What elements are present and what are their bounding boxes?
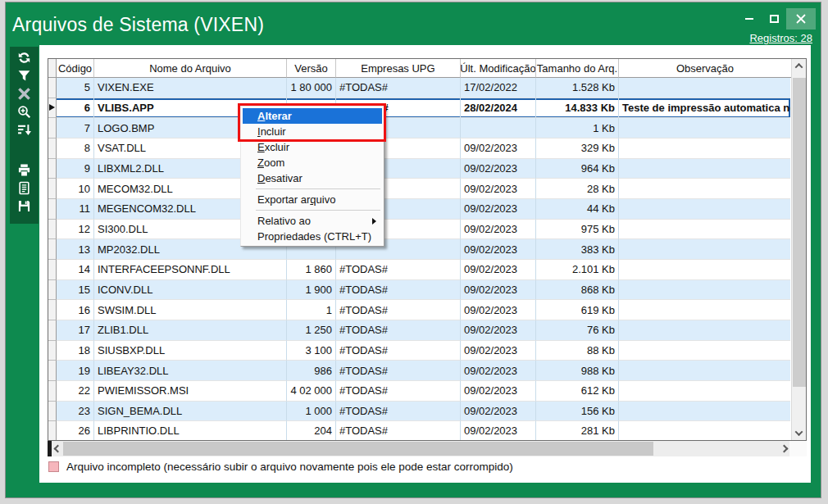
cell-modificacao[interactable] bbox=[461, 118, 536, 138]
toolbar-zoom-in-button[interactable] bbox=[13, 103, 36, 120]
cell-codigo[interactable]: 9 bbox=[57, 159, 94, 179]
cell-codigo[interactable]: 23 bbox=[57, 402, 94, 422]
column-header-nome[interactable]: Nome do Arquivo bbox=[94, 59, 287, 78]
cell-tamanho[interactable]: 44 Kb bbox=[536, 199, 619, 220]
cell-nome[interactable]: VIXEN.EXE bbox=[94, 78, 287, 98]
table-row[interactable]: 18SIUSBXP.DLL3 100#TODAS#09/02/202388 Kb bbox=[48, 341, 790, 361]
cell-tamanho[interactable]: 88 Kb bbox=[536, 341, 619, 361]
cell-versao[interactable]: 204 bbox=[287, 421, 336, 440]
cell-empresas[interactable]: #TODAS# bbox=[336, 78, 461, 98]
cell-empresas[interactable]: #TODAS# bbox=[336, 341, 461, 361]
cell-codigo[interactable]: 17 bbox=[57, 320, 94, 341]
row-selector-cell[interactable] bbox=[48, 421, 57, 440]
row-selector-cell[interactable] bbox=[48, 341, 57, 361]
table-row[interactable]: 19LIBEAY32.DLL986#TODAS#09/02/2023988 Kb bbox=[48, 361, 790, 381]
cell-modificacao[interactable]: 09/02/2023 bbox=[461, 159, 536, 179]
scroll-right-button[interactable] bbox=[778, 441, 789, 456]
cell-codigo[interactable]: 13 bbox=[57, 239, 94, 260]
table-row[interactable]: 15ICONV.DLL1 900#TODAS#09/02/2023868 Kb bbox=[48, 280, 790, 301]
column-header-modificacao[interactable]: Últ. Modificação bbox=[461, 59, 536, 78]
toolbar-sync-button[interactable] bbox=[13, 49, 36, 66]
column-header-codigo[interactable]: Código bbox=[57, 59, 94, 78]
cell-codigo[interactable]: 14 bbox=[57, 260, 94, 280]
cell-tamanho[interactable]: 868 Kb bbox=[536, 280, 619, 301]
cell-observacao[interactable] bbox=[619, 220, 790, 240]
cell-modificacao[interactable]: 09/02/2023 bbox=[461, 138, 536, 159]
horizontal-scrollbar-thumb[interactable] bbox=[63, 442, 653, 456]
table-row[interactable]: 16SWSIM.DLL1#TODAS#09/02/2023619 Kb bbox=[48, 300, 790, 320]
cell-versao[interactable]: 1 250 bbox=[287, 320, 336, 341]
row-selector-cell[interactable] bbox=[48, 220, 57, 240]
table-row[interactable]: 6VLIBS.APP1 80 271#TODAS#28/02/202414.83… bbox=[48, 98, 790, 119]
cell-observacao[interactable] bbox=[619, 239, 790, 260]
column-header-tamanho[interactable]: Tamanho do Arq. bbox=[536, 59, 619, 78]
toolbar-report-button[interactable] bbox=[13, 179, 36, 197]
cell-tamanho[interactable]: 964 Kb bbox=[536, 159, 619, 179]
table-row[interactable]: 10MECOM32.DLL09/02/202328 Kb bbox=[48, 179, 790, 199]
cell-modificacao[interactable]: 09/02/2023 bbox=[461, 320, 536, 341]
row-selector-cell[interactable] bbox=[48, 239, 57, 260]
cell-tamanho[interactable]: 975 Kb bbox=[536, 220, 619, 240]
row-selector-cell[interactable] bbox=[48, 179, 57, 199]
cell-observacao[interactable] bbox=[619, 402, 790, 422]
cell-empresas[interactable]: #TODAS# bbox=[336, 421, 461, 440]
cell-versao[interactable]: 986 bbox=[287, 361, 336, 381]
table-row[interactable]: 17ZLIB1.DLL1 250#TODAS#09/02/202376 Kb bbox=[48, 320, 790, 341]
cell-tamanho[interactable]: 14.833 Kb bbox=[536, 98, 619, 119]
table-row[interactable]: 5VIXEN.EXE1 80 000#TODAS#17/02/20221.528… bbox=[48, 78, 790, 98]
cell-modificacao[interactable]: 09/02/2023 bbox=[461, 220, 536, 240]
cell-codigo[interactable]: 22 bbox=[57, 381, 94, 402]
cell-tamanho[interactable]: 619 Kb bbox=[536, 300, 619, 320]
cell-modificacao[interactable]: 09/02/2023 bbox=[461, 260, 536, 280]
row-selector-cell[interactable] bbox=[48, 381, 57, 402]
cell-tamanho[interactable]: 988 Kb bbox=[536, 361, 619, 381]
table-row[interactable]: 9LIBXML2.DLL09/02/2023964 Kb bbox=[48, 159, 790, 179]
cell-empresas[interactable]: #TODAS# bbox=[336, 320, 461, 341]
cell-codigo[interactable]: 16 bbox=[57, 300, 94, 320]
cell-nome[interactable]: LIBPRINTIO.DLL bbox=[94, 421, 287, 440]
cell-codigo[interactable]: 12 bbox=[57, 220, 94, 240]
toolbar-sort-button[interactable] bbox=[13, 121, 36, 138]
cell-nome[interactable]: ZLIB1.DLL bbox=[94, 320, 287, 341]
registros-count-link[interactable]: Registros: 28 bbox=[749, 32, 812, 44]
menu-item-exportar-arquivo[interactable]: Exportar arquivo bbox=[243, 192, 382, 207]
cell-observacao[interactable]: Teste de impressão automatica no fecha bbox=[619, 98, 790, 119]
table-row[interactable]: 13MP2032.DLL09/02/2023383 Kb bbox=[48, 239, 790, 260]
cell-modificacao[interactable]: 28/02/2024 bbox=[461, 98, 536, 119]
cell-codigo[interactable]: 18 bbox=[57, 341, 94, 361]
cell-observacao[interactable] bbox=[619, 159, 790, 179]
minimize-button[interactable] bbox=[737, 8, 762, 30]
table-row[interactable]: 7LOGO.BMP1 Kb bbox=[48, 118, 790, 138]
cell-nome[interactable]: SIUSBXP.DLL bbox=[94, 341, 287, 361]
cell-nome[interactable]: PWIEMISSOR.MSI bbox=[94, 381, 287, 402]
cell-nome[interactable]: INTERFACEEPSONNF.DLL bbox=[94, 260, 287, 280]
cell-nome[interactable]: LIBEAY32.DLL bbox=[94, 361, 287, 381]
scroll-left-button[interactable] bbox=[52, 441, 63, 456]
cell-observacao[interactable] bbox=[619, 300, 790, 320]
row-selector-cell[interactable] bbox=[48, 320, 57, 341]
cell-modificacao[interactable]: 09/02/2023 bbox=[461, 361, 536, 381]
cell-observacao[interactable] bbox=[619, 78, 790, 98]
cell-codigo[interactable]: 10 bbox=[57, 179, 94, 199]
row-selector-cell[interactable] bbox=[48, 78, 57, 98]
cell-versao[interactable]: 1 000 bbox=[287, 402, 336, 422]
cell-tamanho[interactable]: 281 Kb bbox=[536, 421, 619, 440]
cell-codigo[interactable]: 5 bbox=[57, 78, 94, 98]
cell-versao[interactable]: 1 bbox=[287, 300, 336, 320]
row-selector-cell[interactable] bbox=[48, 300, 57, 320]
cell-codigo[interactable]: 8 bbox=[57, 138, 94, 159]
column-header-versao[interactable]: Versão bbox=[287, 59, 336, 78]
cell-codigo[interactable]: 6 bbox=[57, 98, 94, 119]
horizontal-scrollbar[interactable] bbox=[48, 441, 807, 456]
cell-nome[interactable]: SIGN_BEMA.DLL bbox=[94, 402, 287, 422]
cell-tamanho[interactable]: 28 Kb bbox=[536, 179, 619, 199]
cell-tamanho[interactable]: 329 Kb bbox=[536, 138, 619, 159]
menu-item-zoom[interactable]: Zoom bbox=[243, 155, 382, 170]
vertical-scrollbar[interactable] bbox=[791, 59, 806, 440]
cell-modificacao[interactable]: 09/02/2023 bbox=[461, 239, 536, 260]
table-row[interactable]: 26LIBPRINTIO.DLL204#TODAS#09/02/2023281 … bbox=[48, 421, 790, 440]
menu-item-propriedades-ctrl-t[interactable]: Propriedades (CTRL+T) bbox=[243, 229, 382, 244]
cell-empresas[interactable]: #TODAS# bbox=[336, 280, 461, 301]
cell-tamanho[interactable]: 2.101 Kb bbox=[536, 260, 619, 280]
column-header-observacao[interactable]: Observação bbox=[619, 59, 792, 78]
